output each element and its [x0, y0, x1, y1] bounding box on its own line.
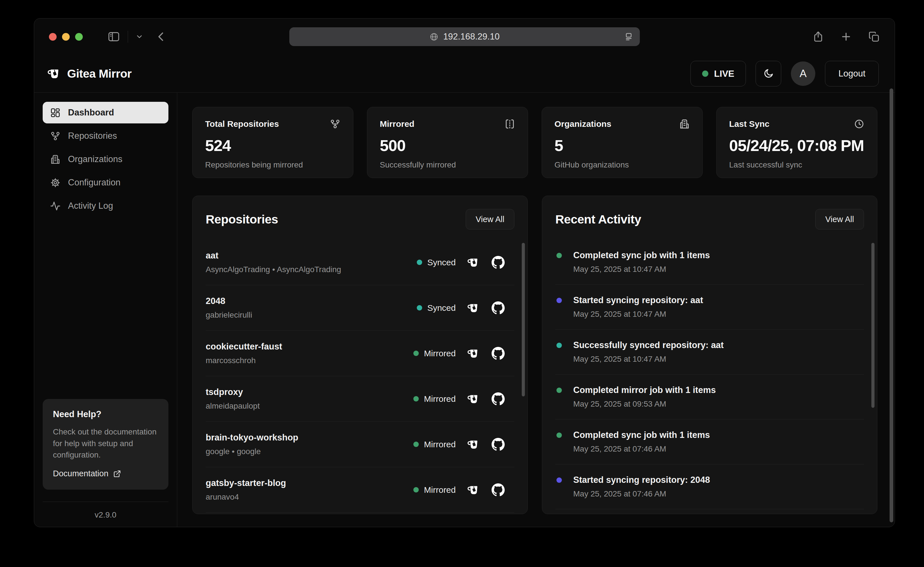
app-version: v2.9.0	[43, 502, 168, 519]
status-dot-icon	[413, 351, 419, 356]
minimize-window-button[interactable]	[62, 33, 70, 40]
sidebar-toggle-icon[interactable]	[107, 30, 120, 43]
sidebar-item-activity-log[interactable]: Activity Log	[43, 195, 168, 217]
status-badge: Synced	[417, 303, 456, 313]
new-tab-icon[interactable]	[840, 31, 852, 43]
activity-list: Completed sync job with 1 items May 25, …	[555, 240, 864, 514]
activity-dot-icon	[556, 388, 562, 393]
stat-card-total-repositories: Total Repositories 524 Repositories bein…	[192, 107, 353, 178]
git-fork-icon	[330, 118, 341, 129]
status-badge: Mirrored	[413, 349, 456, 358]
close-window-button[interactable]	[49, 33, 57, 40]
github-icon[interactable]	[491, 392, 505, 405]
panels-row: Repositories View All aat AsyncAlgoTradi…	[192, 196, 877, 514]
main-content: Total Repositories 524 Repositories bein…	[177, 93, 895, 527]
stats-row: Total Repositories 524 Repositories bein…	[192, 107, 877, 178]
repo-row: cronos Mirrored	[206, 513, 514, 514]
recent-activity-panel-title: Recent Activity	[555, 212, 641, 226]
status-dot-icon	[413, 487, 419, 492]
gitea-mug-icon	[47, 66, 62, 81]
url-text: 192.168.29.10	[443, 32, 500, 42]
activity-item: Successfully synced repository: aat May …	[555, 330, 864, 375]
page-scrollbar[interactable]	[889, 88, 893, 522]
sidebar-item-repositories[interactable]: Repositories	[43, 125, 168, 147]
gear-icon	[50, 177, 61, 188]
live-status-badge[interactable]: LIVE	[690, 61, 746, 87]
toolbar-divider	[128, 31, 128, 43]
stat-card-organizations: Organizations 5 GitHub	[542, 107, 703, 178]
logout-button[interactable]: Logout	[825, 61, 879, 87]
stat-card-last-sync: Last Sync 05/24/25, 07:08 PM Last succes…	[716, 107, 877, 178]
gitea-mug-icon[interactable]	[467, 302, 480, 315]
clock-icon	[854, 118, 865, 129]
gitea-mug-icon[interactable]	[467, 347, 480, 360]
activity-dot-icon	[556, 343, 562, 348]
activity-view-all-button[interactable]: View All	[815, 209, 864, 230]
github-icon[interactable]	[491, 438, 505, 451]
repo-row: tsdproxy almeidapaulopt Mirrored	[206, 376, 514, 422]
browser-window: 192.168.29.10	[34, 18, 895, 527]
chevron-down-icon[interactable]	[135, 33, 143, 40]
activity-item: Completed mirror job with 1 items May 25…	[555, 375, 864, 419]
moon-icon	[763, 68, 774, 79]
status-dot-icon	[413, 396, 419, 402]
external-link-icon	[113, 470, 122, 478]
repo-row: aat AsyncAlgoTrading • AsyncAlgoTrading …	[206, 240, 514, 285]
status-dot-icon	[413, 442, 419, 447]
activity-item: Completed sync job with 1 items May 25, …	[555, 419, 864, 464]
gitea-mug-icon[interactable]	[467, 256, 480, 269]
repo-row: 2048 gabrielecirulli Synced	[206, 285, 514, 331]
github-icon[interactable]	[491, 483, 505, 496]
browser-toolbar: 192.168.29.10	[34, 18, 895, 55]
dashboard-icon	[50, 108, 61, 118]
activity-item: Started syncing repository: 2048 May 25,…	[555, 464, 864, 509]
repo-row: brain-tokyo-workshop google • google Mir…	[206, 422, 514, 467]
gitea-mug-icon[interactable]	[467, 438, 480, 451]
window-controls	[49, 33, 83, 40]
building-icon	[50, 154, 61, 165]
github-icon[interactable]	[491, 347, 505, 360]
theme-toggle-button[interactable]	[756, 61, 781, 87]
back-button[interactable]	[155, 30, 167, 43]
repositories-view-all-button[interactable]: View All	[466, 209, 514, 230]
toolbar-left-icons	[107, 30, 143, 43]
recent-activity-panel: Recent Activity View All Completed sync …	[542, 196, 877, 514]
avatar[interactable]: A	[791, 62, 815, 86]
address-bar[interactable]: 192.168.29.10	[289, 27, 640, 46]
status-badge: Mirrored	[413, 394, 456, 404]
live-dot-icon	[702, 70, 708, 77]
reader-view-icon[interactable]	[624, 32, 634, 42]
github-icon[interactable]	[491, 256, 505, 269]
git-fork-icon	[50, 131, 61, 141]
app-title: Gitea Mirror	[67, 67, 131, 81]
activity-dot-icon	[556, 298, 562, 303]
gitea-mug-icon[interactable]	[467, 483, 480, 496]
need-help-card: Need Help? Check out the documentation f…	[43, 399, 168, 490]
sidebar-item-organizations[interactable]: Organizations	[43, 148, 168, 170]
github-icon[interactable]	[491, 302, 505, 315]
activity-item: Completed sync job with 1 items May 25, …	[555, 240, 864, 285]
activity-item: Successfully synced repository: 2048 May…	[555, 509, 864, 514]
zoom-window-button[interactable]	[75, 33, 83, 40]
activity-item: Started syncing repository: aat May 25, …	[555, 285, 864, 330]
status-dot-icon	[417, 305, 422, 310]
gitea-mug-icon[interactable]	[467, 392, 480, 405]
activity-scrollbar[interactable]	[871, 243, 874, 408]
status-badge: Mirrored	[413, 440, 456, 449]
stat-card-mirrored: Mirrored 500 Successfully mirrored	[367, 107, 528, 178]
mirror-icon	[504, 118, 515, 129]
sidebar-item-configuration[interactable]: Configuration	[43, 172, 168, 194]
tab-overview-icon[interactable]	[868, 31, 880, 43]
header-controls: LIVE A Logout	[690, 61, 879, 87]
documentation-link[interactable]: Documentation	[53, 469, 158, 478]
repo-row: cookiecutter-faust marcosschroh Mirrored	[206, 331, 514, 376]
sidebar-nav: Dashboard Repositories	[43, 102, 168, 217]
status-badge: Mirrored	[413, 485, 456, 495]
globe-icon	[429, 32, 439, 42]
repositories-panel-title: Repositories	[206, 212, 278, 226]
sidebar-item-dashboard[interactable]: Dashboard	[43, 102, 168, 123]
share-icon[interactable]	[812, 31, 824, 43]
repositories-scrollbar[interactable]	[522, 243, 525, 396]
help-title: Need Help?	[53, 409, 158, 419]
activity-dot-icon	[556, 432, 562, 438]
